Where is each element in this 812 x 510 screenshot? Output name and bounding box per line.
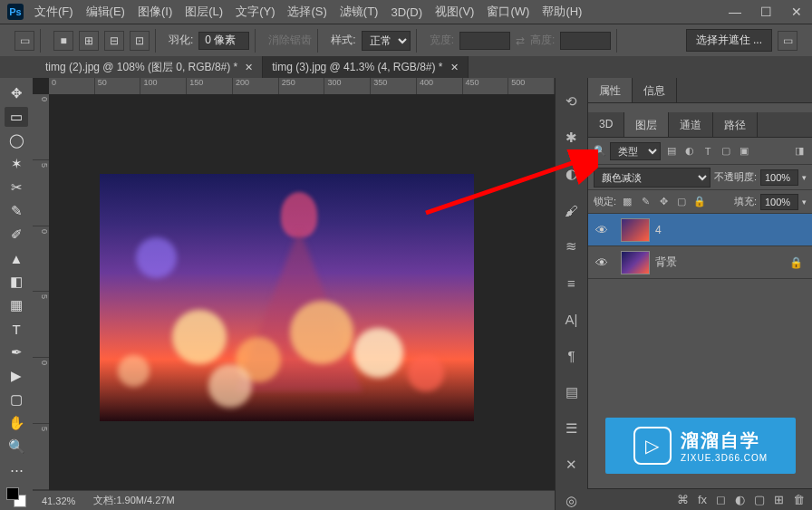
type-tool[interactable]: T [5, 319, 28, 339]
opacity-dropdown-icon[interactable]: ▾ [802, 173, 807, 182]
hand-tool[interactable]: ✋ [5, 413, 28, 433]
brush-tool[interactable]: ✐ [5, 225, 28, 245]
add-selection-icon[interactable]: ⊞ [79, 31, 99, 51]
tab-channels[interactable]: 通道 [669, 112, 713, 137]
canvas-area[interactable]: 0 50 100 150 200 250 300 350 400 450 500… [33, 78, 555, 510]
styles-panel-icon[interactable]: ◐ [562, 165, 582, 183]
stamp-tool[interactable]: ▲ [5, 248, 28, 268]
doc-tab-1[interactable]: timg (2).jpg @ 108% (图层 0, RGB/8#) * ✕ [36, 56, 263, 78]
edit-toolbar[interactable]: ⋯ [5, 460, 28, 480]
cc-icon[interactable]: ◎ [562, 492, 582, 510]
opacity-input[interactable] [760, 169, 798, 186]
layer-thumb[interactable] [621, 251, 650, 274]
history-panel-icon[interactable]: ⟲ [562, 92, 582, 111]
blend-mode-select[interactable]: 颜色减淡 [594, 168, 710, 188]
menu-image[interactable]: 图像(I) [138, 4, 172, 20]
color-swatches[interactable] [6, 487, 26, 507]
menu-edit[interactable]: 编辑(E) [86, 4, 125, 20]
filter-type-icon[interactable]: T [701, 144, 715, 159]
layer-row-4[interactable]: 👁 4 [588, 214, 812, 246]
minimize-button[interactable]: — [720, 0, 750, 24]
zoom-tool[interactable]: 🔍 [5, 437, 28, 457]
foreground-color[interactable] [6, 487, 19, 500]
quick-select-tool[interactable]: ✶ [5, 154, 28, 174]
new-selection-icon[interactable]: ■ [53, 31, 73, 51]
lock-artboard-icon[interactable]: ▢ [674, 195, 689, 209]
tools-panel-icon[interactable]: ✕ [562, 456, 582, 474]
menu-type[interactable]: 文字(Y) [236, 4, 275, 20]
select-and-mask-button[interactable]: 选择并遮住 ... [686, 29, 772, 52]
close-tab-icon[interactable]: ✕ [450, 62, 459, 73]
visibility-toggle-icon[interactable]: 👁 [588, 255, 615, 270]
close-tab-icon[interactable]: ✕ [245, 62, 253, 73]
menu-view[interactable]: 视图(V) [435, 4, 474, 20]
menu-file[interactable]: 文件(F) [34, 4, 73, 20]
filter-smart-icon[interactable]: ▣ [737, 144, 751, 159]
gradient-tool[interactable]: ▦ [5, 295, 28, 315]
layer-style-icon[interactable]: fx [698, 493, 707, 506]
fill-input[interactable] [760, 194, 798, 210]
layer-thumb[interactable] [621, 218, 650, 242]
maximize-button[interactable]: ☐ [750, 0, 781, 24]
close-button[interactable]: ✕ [781, 0, 812, 24]
layer-mask-icon[interactable]: ◻ [716, 493, 726, 506]
brush-presets-icon[interactable]: ≋ [562, 237, 582, 255]
menu-3d[interactable]: 3D(D) [391, 5, 422, 19]
libraries-panel-icon[interactable]: ☰ [562, 419, 582, 438]
zoom-level[interactable]: 41.32% [42, 496, 75, 506]
menu-filter[interactable]: 滤镜(T) [340, 4, 379, 20]
marquee-tool[interactable]: ▭ [5, 107, 28, 127]
new-layer-icon[interactable]: ⊞ [774, 493, 784, 506]
lock-pixels-icon[interactable]: ✎ [638, 195, 652, 209]
lock-transparent-icon[interactable]: ▩ [620, 195, 634, 209]
tab-paths[interactable]: 路径 [713, 112, 758, 137]
filter-toggle-icon[interactable]: ◨ [792, 144, 807, 159]
pen-tool[interactable]: ✒ [5, 342, 28, 362]
layer-name[interactable]: 背景 [655, 255, 677, 270]
menu-select[interactable]: 选择(S) [287, 4, 326, 20]
adjustment-layer-icon[interactable]: ◐ [735, 493, 745, 506]
feather-input[interactable] [198, 32, 249, 50]
menu-help[interactable]: 帮助(H) [542, 4, 582, 20]
eraser-tool[interactable]: ◧ [5, 272, 28, 292]
move-tool[interactable]: ✥ [5, 83, 28, 103]
fill-dropdown-icon[interactable]: ▾ [802, 197, 807, 207]
adjustments-panel-icon[interactable]: ✱ [562, 129, 582, 147]
filter-adjust-icon[interactable]: ◐ [682, 144, 697, 159]
tab-info[interactable]: 信息 [633, 78, 677, 102]
tool-preset-icon[interactable]: ▭ [14, 31, 34, 51]
doc-tab-2[interactable]: timg (3).jpg @ 41.3% (4, RGB/8#) * ✕ [263, 56, 468, 78]
layer-filter-select[interactable]: 类型 [610, 142, 661, 160]
filter-shape-icon[interactable]: ▢ [719, 144, 733, 159]
canvas[interactable] [100, 174, 474, 421]
delete-layer-icon[interactable]: 🗑 [793, 493, 805, 506]
crop-tool[interactable]: ✂ [5, 178, 28, 197]
visibility-toggle-icon[interactable]: 👁 [588, 223, 615, 237]
menu-layer[interactable]: 图层(L) [185, 4, 223, 20]
antialias-checkbox: 消除锯齿 [268, 33, 312, 48]
menu-window[interactable]: 窗口(W) [487, 4, 529, 20]
swatches-panel-icon[interactable]: ▤ [562, 383, 582, 401]
lasso-tool[interactable]: ◯ [5, 130, 28, 150]
link-layers-icon[interactable]: ⌘ [677, 493, 689, 506]
brush-panel-icon[interactable]: 🖌 [562, 201, 582, 219]
character-panel-icon[interactable]: ≡ [562, 274, 582, 292]
subtract-selection-icon[interactable]: ⊟ [104, 31, 124, 51]
layer-row-background[interactable]: 👁 背景 🔒 [588, 246, 812, 279]
glyph-panel-icon[interactable]: A| [562, 310, 582, 328]
paragraph-panel-icon[interactable]: ¶ [562, 347, 582, 365]
lock-all-icon[interactable]: 🔒 [692, 195, 707, 209]
filter-pixel-icon[interactable]: ▤ [664, 144, 679, 159]
style-select[interactable]: 正常 [362, 31, 411, 51]
shape-tool[interactable]: ▢ [5, 390, 28, 409]
path-select-tool[interactable]: ▶ [5, 366, 28, 386]
eyedropper-tool[interactable]: ✎ [5, 201, 28, 221]
tab-3d[interactable]: 3D [588, 112, 624, 137]
tab-properties[interactable]: 属性 [588, 78, 633, 102]
options-extra-icon[interactable]: ▭ [778, 31, 798, 51]
layer-name[interactable]: 4 [655, 224, 662, 236]
group-icon[interactable]: ▢ [754, 493, 765, 506]
intersect-selection-icon[interactable]: ⊡ [130, 31, 150, 51]
tab-layers[interactable]: 图层 [624, 112, 669, 137]
lock-position-icon[interactable]: ✥ [656, 195, 671, 209]
